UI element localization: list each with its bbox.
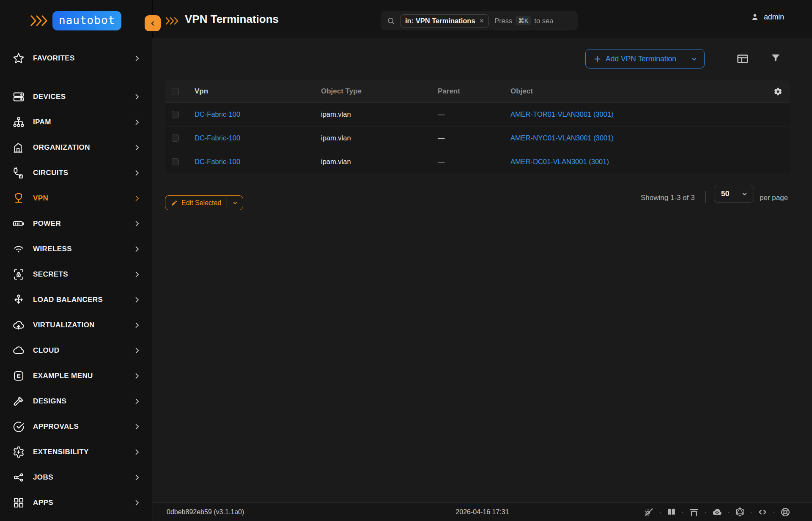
sidebar-item-approvals[interactable]: APPROVALS — [0, 414, 152, 439]
search-scope-label: in: VPN Terminations — [405, 17, 475, 25]
vpn-link[interactable]: DC-Fabric-100 — [195, 110, 321, 118]
chevron-right-icon — [133, 93, 141, 101]
object-link[interactable]: AMER-TOR01-VLAN3001 (3001) — [510, 110, 765, 118]
chevron-right-icon — [133, 346, 141, 355]
per-page-select[interactable]: 50 — [714, 185, 754, 203]
lock-scan-icon — [11, 267, 26, 282]
table-header-row: Vpn Object Type Parent Object — [165, 80, 790, 102]
sidebar-item-label: JOBS — [33, 473, 133, 482]
edit-selected-button[interactable]: Edit Selected — [165, 195, 243, 210]
sidebar-item-load-balancers[interactable]: LOAD BALANCERS — [0, 287, 152, 313]
footer-version: 0dbeb892eb59 (v3.1.1a0) — [167, 508, 244, 516]
cloud-code-icon[interactable] — [711, 506, 723, 518]
row-checkbox[interactable] — [172, 111, 179, 118]
table-settings-button[interactable] — [772, 86, 783, 97]
cloud-icon — [11, 343, 26, 358]
column-header-parent[interactable]: Parent — [438, 87, 510, 96]
chevron-right-icon — [133, 296, 141, 304]
sidebar-item-devices[interactable]: DEVICES — [0, 84, 152, 110]
sidebar-item-jobs[interactable]: JOBS — [0, 465, 152, 490]
edit-selected-dropdown[interactable] — [227, 196, 243, 210]
sidebar-item-virtualization[interactable]: VIRTUALIZATION — [0, 313, 152, 338]
footer-separator: · — [773, 507, 775, 516]
code-icon[interactable] — [757, 507, 768, 518]
theme-toggle-icon[interactable] — [644, 507, 654, 517]
sidebar-item-organization[interactable]: ORGANIZATION — [0, 135, 152, 160]
edit-selected-label: Edit Selected — [181, 199, 221, 207]
select-all-checkbox[interactable] — [172, 88, 179, 95]
chip-close-icon[interactable]: × — [480, 17, 484, 25]
table-layout-icon — [736, 52, 749, 66]
parent-cell: — — [438, 110, 510, 118]
graphql-icon[interactable] — [735, 507, 745, 517]
sidebar-item-example-menu[interactable]: E EXAMPLE MENU — [0, 363, 152, 389]
sidebar-item-circuits[interactable]: CIRCUITS — [0, 160, 152, 186]
sidebar-item-wireless[interactable]: WIRELESS — [0, 236, 152, 262]
chevron-right-icon — [133, 422, 141, 431]
table-columns-button[interactable] — [736, 52, 749, 66]
chevron-right-icon — [133, 245, 141, 253]
user-menu[interactable]: admin — [750, 12, 784, 22]
docs-book-icon[interactable] — [666, 507, 677, 517]
global-search-input[interactable]: in: VPN Terminations × Press ⌘K to sea — [381, 11, 578, 30]
object-type-cell: ipam.vlan — [321, 134, 438, 142]
gear-icon — [772, 86, 783, 97]
sidebar-item-designs[interactable]: DESIGNS — [0, 389, 152, 414]
add-vpn-termination-button[interactable]: Add VPN Termination — [585, 49, 705, 69]
object-link[interactable]: AMER-DC01-VLAN3001 (3001) — [510, 158, 765, 166]
column-header-object[interactable]: Object — [510, 87, 765, 96]
add-button-label: Add VPN Termination — [606, 55, 676, 63]
logo-chevrons-icon — [30, 14, 49, 28]
cloud-upload-icon — [11, 318, 26, 333]
torii-gate-icon[interactable] — [689, 507, 700, 518]
filter-button[interactable] — [770, 52, 782, 64]
help-lifebuoy-icon[interactable] — [780, 507, 791, 518]
pencil-icon — [171, 200, 178, 206]
chevron-down-icon — [232, 200, 239, 206]
row-checkbox[interactable] — [172, 134, 179, 142]
letter-e-icon: E — [11, 368, 26, 384]
column-header-vpn[interactable]: Vpn — [195, 87, 321, 96]
sidebar-item-favorites[interactable]: FAVORITES — [0, 46, 152, 71]
sidebar-nav: FAVORITES DEVICES IPAM ORGANIZATION — [0, 46, 152, 516]
sidebar-item-label: APPS — [33, 499, 133, 507]
column-header-object-type[interactable]: Object Type — [321, 87, 438, 96]
sidebar-item-vpn[interactable]: VPN — [0, 186, 152, 211]
sidebar-item-ipam[interactable]: IPAM — [0, 110, 152, 135]
chevron-right-icon — [133, 448, 141, 456]
sidebar-item-power[interactable]: POWER — [0, 211, 152, 236]
chevron-right-icon — [133, 270, 141, 279]
vpn-link[interactable]: DC-Fabric-100 — [195, 158, 321, 166]
search-hint-prefix: Press — [494, 17, 512, 25]
search-hint-suffix: to sea — [535, 17, 554, 25]
object-type-cell: ipam.vlan — [321, 110, 438, 118]
sidebar-item-cloud[interactable]: CLOUD — [0, 338, 152, 363]
sidebar-item-label: DEVICES — [33, 93, 133, 101]
search-scope-chip[interactable]: in: VPN Terminations × — [400, 14, 489, 27]
sidebar-collapse-button[interactable] — [145, 15, 161, 31]
chevron-down-icon — [690, 55, 698, 63]
gear-plus-icon — [11, 444, 26, 460]
object-link[interactable]: AMER-NYC01-VLAN3001 (3001) — [510, 134, 765, 142]
vpn-link[interactable]: DC-Fabric-100 — [195, 134, 321, 142]
sidebar-item-extensibility[interactable]: EXTENSIBILITY — [0, 439, 152, 465]
chevron-right-icon — [133, 219, 141, 228]
chevron-right-icon — [133, 54, 141, 63]
sidebar-item-label: IPAM — [33, 118, 133, 126]
sidebar-item-label: ORGANIZATION — [33, 143, 133, 152]
footer-separator: · — [681, 507, 684, 516]
chevron-right-icon — [133, 372, 141, 380]
sidebar-item-label: CLOUD — [33, 346, 133, 355]
parent-cell: — — [438, 134, 510, 142]
row-checkbox[interactable] — [172, 158, 179, 165]
chevron-right-icon — [133, 194, 141, 203]
nautobot-logo[interactable]: nautobot — [30, 11, 121, 30]
add-button-dropdown[interactable] — [684, 49, 704, 68]
sidebar-item-apps[interactable]: APPS — [0, 490, 152, 516]
sidebar-item-label: SECRETS — [33, 270, 133, 279]
svg-text:E: E — [16, 373, 21, 379]
chevron-right-icon — [133, 499, 141, 507]
sidebar-item-secrets[interactable]: SECRETS — [0, 262, 152, 287]
sidebar-item-label: DESIGNS — [33, 397, 133, 406]
footer-separator: · — [704, 507, 707, 516]
